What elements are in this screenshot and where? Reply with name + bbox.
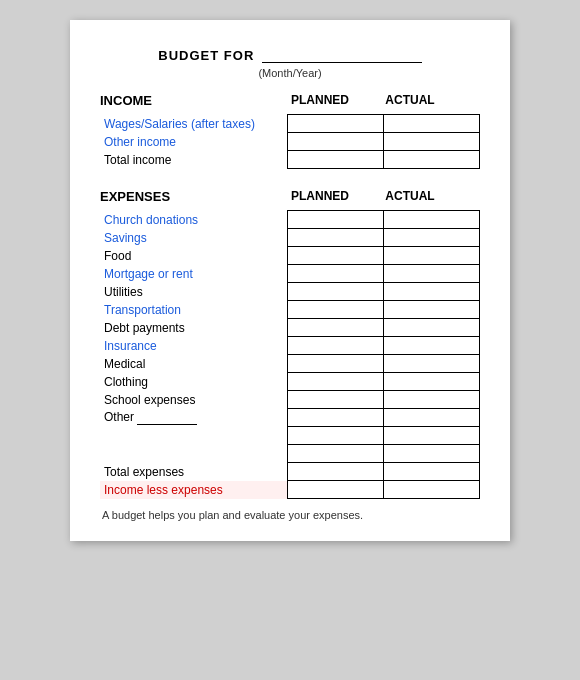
expense-planned-cell[interactable] bbox=[287, 373, 383, 391]
expenses-table: Church donationsSavingsFoodMortgage or r… bbox=[100, 210, 480, 499]
expense-row-label: Savings bbox=[100, 229, 287, 247]
income-actual-header: ACTUAL bbox=[365, 93, 455, 108]
budget-line bbox=[262, 48, 422, 63]
expense-planned-cell[interactable] bbox=[287, 391, 383, 409]
expense-row: Utilities bbox=[100, 283, 480, 301]
income-row: Total income bbox=[100, 151, 480, 169]
expense-planned-cell[interactable] bbox=[287, 355, 383, 373]
income-less-expenses-planned-cell[interactable] bbox=[287, 481, 383, 499]
expense-blank-actual-cell[interactable] bbox=[383, 445, 479, 463]
total-expenses-actual-cell[interactable] bbox=[383, 463, 479, 481]
income-table: Wages/Salaries (after taxes)Other income… bbox=[100, 114, 480, 169]
income-less-expenses-label: Income less expenses bbox=[100, 481, 287, 499]
income-header-row: INCOME PLANNED ACTUAL bbox=[100, 93, 480, 108]
expense-row-label: School expenses bbox=[100, 391, 287, 409]
expense-row: Insurance bbox=[100, 337, 480, 355]
expense-planned-cell[interactable] bbox=[287, 337, 383, 355]
total-expenses-row: Total expenses bbox=[100, 463, 480, 481]
expense-row: Food bbox=[100, 247, 480, 265]
income-row-label: Wages/Salaries (after taxes) bbox=[100, 115, 287, 133]
budget-for-label: BUDGET FOR bbox=[158, 48, 254, 63]
expense-row-label: Other bbox=[100, 409, 287, 427]
income-planned-header: PLANNED bbox=[275, 93, 365, 108]
expense-blank-planned-cell[interactable] bbox=[287, 445, 383, 463]
expense-planned-cell[interactable] bbox=[287, 283, 383, 301]
income-actual-cell[interactable] bbox=[383, 151, 479, 169]
expense-planned-cell[interactable] bbox=[287, 409, 383, 427]
expense-planned-cell[interactable] bbox=[287, 211, 383, 229]
expense-actual-cell[interactable] bbox=[383, 211, 479, 229]
expense-blank-label bbox=[100, 445, 287, 463]
expense-blank-row bbox=[100, 445, 480, 463]
month-year-label: (Month/Year) bbox=[100, 67, 480, 79]
expense-row: Savings bbox=[100, 229, 480, 247]
expense-row-label: Insurance bbox=[100, 337, 287, 355]
expense-row: Debt payments bbox=[100, 319, 480, 337]
expense-row: Church donations bbox=[100, 211, 480, 229]
expenses-header-row: EXPENSES PLANNED ACTUAL bbox=[100, 189, 480, 204]
expenses-planned-header: PLANNED bbox=[275, 189, 365, 204]
expense-actual-cell[interactable] bbox=[383, 265, 479, 283]
expense-actual-cell[interactable] bbox=[383, 391, 479, 409]
income-planned-cell[interactable] bbox=[287, 115, 383, 133]
expense-row-label: Clothing bbox=[100, 373, 287, 391]
income-actual-cell[interactable] bbox=[383, 133, 479, 151]
expense-row: Clothing bbox=[100, 373, 480, 391]
expense-blank-actual-cell[interactable] bbox=[383, 427, 479, 445]
income-actual-cell[interactable] bbox=[383, 115, 479, 133]
expense-row-label: Medical bbox=[100, 355, 287, 373]
income-planned-cell[interactable] bbox=[287, 133, 383, 151]
total-expenses-planned-cell[interactable] bbox=[287, 463, 383, 481]
expense-row: Mortgage or rent bbox=[100, 265, 480, 283]
expense-planned-cell[interactable] bbox=[287, 229, 383, 247]
title-row: BUDGET FOR bbox=[100, 48, 480, 63]
income-less-expenses-actual-cell[interactable] bbox=[383, 481, 479, 499]
income-planned-cell[interactable] bbox=[287, 151, 383, 169]
expenses-section-title: EXPENSES bbox=[100, 189, 275, 204]
expense-blank-row bbox=[100, 427, 480, 445]
expense-actual-cell[interactable] bbox=[383, 373, 479, 391]
expense-blank-planned-cell[interactable] bbox=[287, 427, 383, 445]
expense-actual-cell[interactable] bbox=[383, 301, 479, 319]
footer-note: A budget helps you plan and evaluate you… bbox=[100, 509, 480, 521]
expense-row-label: Mortgage or rent bbox=[100, 265, 287, 283]
expense-actual-cell[interactable] bbox=[383, 247, 479, 265]
expense-row-label: Transportation bbox=[100, 301, 287, 319]
budget-page: BUDGET FOR (Month/Year) INCOME PLANNED A… bbox=[70, 20, 510, 541]
income-row: Wages/Salaries (after taxes) bbox=[100, 115, 480, 133]
expense-row: Other bbox=[100, 409, 480, 427]
expense-planned-cell[interactable] bbox=[287, 319, 383, 337]
expense-actual-cell[interactable] bbox=[383, 229, 479, 247]
expense-planned-cell[interactable] bbox=[287, 247, 383, 265]
expense-actual-cell[interactable] bbox=[383, 355, 479, 373]
total-expenses-label: Total expenses bbox=[100, 463, 287, 481]
expenses-actual-header: ACTUAL bbox=[365, 189, 455, 204]
expense-actual-cell[interactable] bbox=[383, 283, 479, 301]
income-row: Other income bbox=[100, 133, 480, 151]
income-row-label: Total income bbox=[100, 151, 287, 169]
expense-row-label: Food bbox=[100, 247, 287, 265]
income-less-expenses-row: Income less expenses bbox=[100, 481, 480, 499]
expense-row-label: Utilities bbox=[100, 283, 287, 301]
income-row-label: Other income bbox=[100, 133, 287, 151]
expense-actual-cell[interactable] bbox=[383, 337, 479, 355]
expense-row: Medical bbox=[100, 355, 480, 373]
expense-actual-cell[interactable] bbox=[383, 409, 479, 427]
expense-planned-cell[interactable] bbox=[287, 265, 383, 283]
income-section-title: INCOME bbox=[100, 93, 275, 108]
expense-blank-label bbox=[100, 427, 287, 445]
expense-row-label: Debt payments bbox=[100, 319, 287, 337]
expense-row: School expenses bbox=[100, 391, 480, 409]
expense-planned-cell[interactable] bbox=[287, 301, 383, 319]
expense-actual-cell[interactable] bbox=[383, 319, 479, 337]
expense-row-label: Church donations bbox=[100, 211, 287, 229]
expense-row: Transportation bbox=[100, 301, 480, 319]
